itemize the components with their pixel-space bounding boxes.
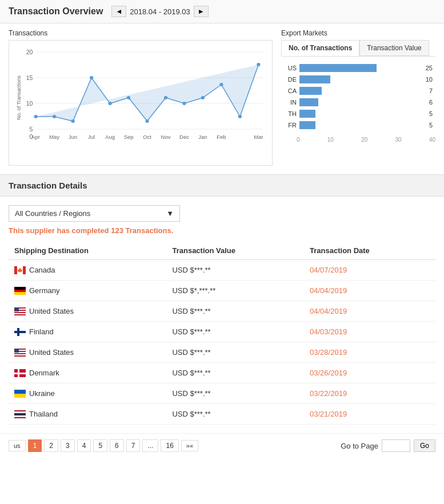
transactions-label: Transactions [9,29,273,37]
destination-cell: Finland [9,322,166,342]
svg-rect-55 [14,349,19,353]
pagination-page[interactable]: 6 [110,439,124,452]
svg-text:Nov: Nov [161,134,171,140]
pagination-page[interactable]: 1 [28,439,42,452]
flag-icon [14,390,26,398]
line-chart-svg: 20 15 10 5 0 No. of Transactions [15,46,266,143]
svg-point-23 [257,63,260,66]
bar-label: TH [284,110,297,117]
destination-cell: Thailand [9,404,166,425]
svg-text:🍁: 🍁 [17,267,23,273]
transaction-details-header: Transaction Details [0,174,444,197]
svg-text:Jul: Jul [88,134,95,140]
svg-point-16 [127,96,130,99]
pagination-page[interactable]: 16 [161,439,178,452]
pagination-page[interactable]: 7 [126,439,141,452]
svg-text:15: 15 [26,75,33,81]
svg-text:Jan: Jan [198,134,207,140]
svg-rect-64 [14,415,26,417]
value-cell: USD $***.** [166,363,304,383]
table-row: Germany USD $*,***.** 04/04/2019 [9,281,435,301]
date-cell: 04/04/2019 [304,301,435,322]
bar-track [299,75,423,83]
bar-row: FR 5 [284,121,433,129]
table-row: Thailand USD $***.** 03/21/2019 [9,404,435,425]
flag-icon [14,328,26,336]
svg-rect-49 [14,331,26,333]
svg-text:10: 10 [26,101,33,107]
chevron-down-icon: ▼ [166,209,174,218]
pagination-page[interactable]: ... [142,439,158,452]
date-cell: 03/28/2019 [304,342,435,363]
bar-fill [299,75,330,83]
bar-value: 6 [429,99,433,106]
svg-rect-59 [14,390,26,394]
bar-row: US 25 [284,64,433,72]
bar-row: CA 7 [284,87,433,95]
destination-cell: Denmark [9,363,166,383]
value-cell: USD $*,***.** [166,281,304,301]
export-label: Export Markets [281,29,435,37]
table-row: 🍁 Canada USD $***.** 04/07/2019 [9,260,435,281]
bar-fill [299,110,315,118]
country-region-select[interactable]: All Countries / Regions ▼ [9,205,180,222]
pagination-page[interactable]: 2 [44,439,58,452]
flag-icon [14,410,26,418]
country-name: United States [29,307,74,315]
next-date-button[interactable]: ► [194,6,209,17]
bar-row: DE 10 [284,75,433,83]
svg-text:Jun: Jun [69,134,77,140]
filter-row: All Countries / Regions ▼ [9,205,435,222]
table-row: Finland USD $***.** 04/03/2019 [9,322,435,342]
prev-date-button[interactable]: ◄ [111,6,126,17]
bar-track [299,110,427,118]
svg-rect-62 [14,411,26,413]
svg-point-20 [201,96,205,99]
line-chart-container: 20 15 10 5 0 No. of Transactions [9,40,273,166]
svg-text:Dec: Dec [179,134,189,140]
country-name: Canada [29,266,55,274]
svg-rect-40 [14,287,26,290]
page-header: Transaction Overview ◄ 2018.04 - 2019.03… [0,0,444,23]
svg-rect-58 [18,369,19,377]
date-cell: 03/21/2019 [304,404,435,425]
page-title: Transaction Overview [9,6,103,17]
flag-icon [14,349,26,357]
svg-rect-41 [14,290,26,292]
destination-cell: United States [9,301,166,322]
svg-rect-60 [14,394,26,398]
svg-rect-42 [14,292,26,295]
col-destination: Shipping Destination [9,242,166,260]
bar-track [299,64,423,72]
pagination-first[interactable]: us [9,440,26,451]
country-name: Thailand [29,410,58,418]
transaction-table: Shipping Destination Transaction Value T… [9,242,435,425]
main-content: Transactions 20 15 10 5 0 No. of Transac… [0,23,444,430]
svg-point-11 [34,115,38,118]
pagination-page[interactable]: 3 [61,439,75,452]
destination-cell: Ukraine [9,383,166,404]
svg-text:Apr: Apr [31,134,40,140]
destination-cell: 🍁 Canada [9,260,166,281]
date-nav: ◄ 2018.04 - 2019.03 ► [111,6,208,17]
svg-text:Feb: Feb [217,134,226,140]
tab-value[interactable]: Transaction Value [359,40,429,56]
select-label: All Countries / Regions [15,209,90,218]
tab-transactions[interactable]: No. of Transactions [281,40,359,56]
svg-point-17 [145,119,149,123]
table-row: United States USD $***.** 03/28/2019 [9,342,435,363]
value-cell: USD $***.** [166,383,304,404]
goto-button[interactable]: Go [414,439,435,452]
goto-input[interactable] [382,439,410,452]
table-row: Ukraine USD $***.** 03/22/2019 [9,383,435,404]
bar-value: 10 [426,76,433,83]
pagination-right: Go to Page Go [341,439,435,452]
date-cell: 03/26/2019 [304,363,435,383]
pagination-last[interactable]: »« [181,440,198,451]
svg-point-22 [238,115,242,118]
col-value: Transaction Value [166,242,304,260]
pagination-page[interactable]: 5 [93,439,107,452]
pagination-left: us1234567...16»« [9,439,198,452]
svg-text:5: 5 [30,126,33,133]
pagination-page[interactable]: 4 [77,439,91,452]
